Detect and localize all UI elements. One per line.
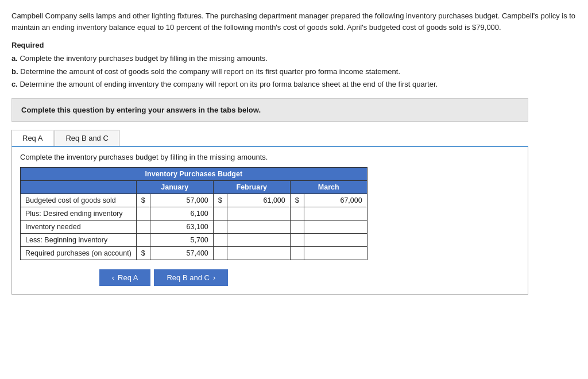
required-title: Required [11, 41, 577, 49]
row3-jan-sign [136, 220, 150, 233]
row2-feb-input[interactable] [227, 207, 290, 220]
row4-jan-sign [136, 233, 150, 246]
row5-jan-sign: $ [136, 246, 150, 260]
right-arrow-icon [213, 273, 215, 282]
required-item-b: b. Determine the amount of cost of goods… [11, 66, 577, 78]
row4-feb-sign [213, 233, 227, 246]
row1-feb-sign: $ [213, 194, 227, 207]
row1-jan-val: 57,000 [150, 194, 213, 207]
row1-label: Budgeted cost of goods sold [21, 194, 137, 207]
row2-mar-input[interactable] [304, 207, 367, 220]
table-row: Plus: Desired ending inventory 6,100 [21, 207, 368, 220]
tab-req-a[interactable]: Req A [11, 130, 53, 146]
row3-feb-input[interactable] [227, 220, 290, 233]
complete-instruction-box: Complete this question by entering your … [11, 98, 528, 122]
row3-label: Inventory needed [21, 220, 137, 233]
row5-feb-input[interactable] [227, 246, 290, 260]
tabs-container: Req A Req B and C Complete the inventory… [11, 130, 528, 295]
tabs-row: Req A Req B and C [11, 130, 528, 147]
row2-feb-sign [213, 207, 227, 220]
row2-label: Plus: Desired ending inventory [21, 207, 137, 220]
tab-instruction: Complete the inventory purchases budget … [20, 153, 520, 161]
left-arrow-icon [112, 273, 114, 282]
row5-jan-val: 57,400 [150, 246, 213, 260]
row1-jan-sign: $ [136, 194, 150, 207]
next-button-label: Req B and C [167, 273, 209, 282]
row2-jan-sign [136, 207, 150, 220]
col-header-mar: March [290, 180, 367, 194]
required-section: Required a. Complete the inventory purch… [11, 41, 577, 90]
row5-mar-sign [290, 246, 304, 260]
row2-mar-sign [290, 207, 304, 220]
row4-label: Less: Beginning inventory [21, 233, 137, 246]
row3-mar-input[interactable] [304, 220, 367, 233]
required-list: a. Complete the inventory purchases budg… [11, 53, 577, 90]
row4-jan-val: 5,700 [150, 233, 213, 246]
row5-feb-sign [213, 246, 227, 260]
table-title: Inventory Purchases Budget [21, 167, 368, 180]
row2-jan-val: 6,100 [150, 207, 213, 220]
inventory-budget-table: Inventory Purchases Budget January Febru… [20, 167, 368, 260]
row4-feb-input[interactable] [227, 233, 290, 246]
row5-mar-input[interactable] [304, 246, 367, 260]
col-header-label [21, 180, 137, 194]
row3-jan-val: 63,100 [150, 220, 213, 233]
intro-paragraph: Campbell Company sells lamps and other l… [11, 10, 577, 33]
required-item-a: a. Complete the inventory purchases budg… [11, 53, 577, 64]
prev-button[interactable]: Req A [99, 269, 151, 286]
row1-mar-val: 67,000 [304, 194, 367, 207]
table-row: Less: Beginning inventory 5,700 [21, 233, 368, 246]
prev-button-label: Req A [118, 273, 138, 282]
nav-buttons: Req A Req B and C [20, 269, 307, 286]
row5-label: Required purchases (on account) [21, 246, 137, 260]
row1-mar-sign: $ [290, 194, 304, 207]
required-item-c: c. Determine the amount of ending invent… [11, 79, 577, 90]
row3-feb-sign [213, 220, 227, 233]
table-row: Required purchases (on account) $ 57,400 [21, 246, 368, 260]
row3-mar-sign [290, 220, 304, 233]
table-row: Inventory needed 63,100 [21, 220, 368, 233]
table-row: Budgeted cost of goods sold $ 57,000 $ 6… [21, 194, 368, 207]
row1-feb-val: 61,000 [227, 194, 290, 207]
next-button[interactable]: Req B and C [154, 269, 228, 286]
col-header-feb: February [213, 180, 290, 194]
row4-mar-input[interactable] [304, 233, 367, 246]
tab-content-area: Complete the inventory purchases budget … [11, 147, 528, 295]
row4-mar-sign [290, 233, 304, 246]
tab-req-bc[interactable]: Req B and C [55, 130, 119, 146]
col-header-jan: January [136, 180, 213, 194]
